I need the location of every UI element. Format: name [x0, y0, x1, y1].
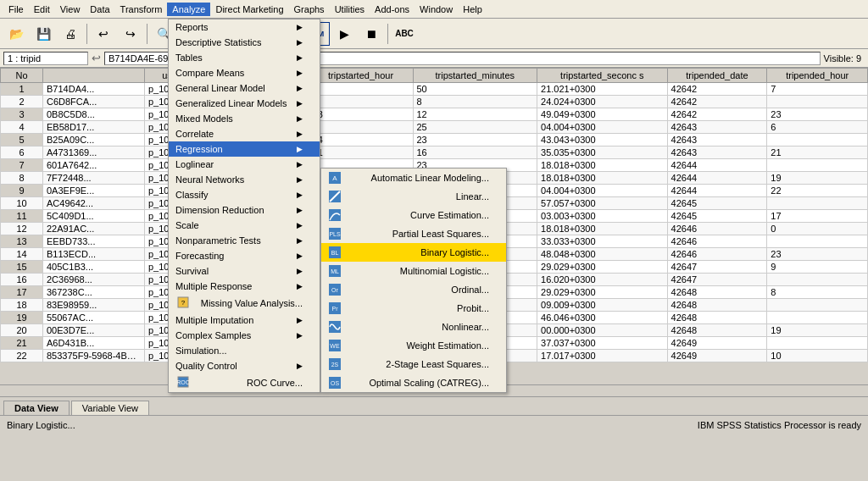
- menu-window[interactable]: Window: [415, 3, 458, 16]
- submenu-partial-least-squares[interactable]: PLS Partial Least Squares...: [321, 224, 506, 243]
- submenu-multinomial-logistic[interactable]: ML Multinomial Logistic...: [321, 262, 506, 280]
- menu-quality-control[interactable]: Quality Control ▶: [169, 358, 320, 373]
- menu-scale[interactable]: Scale ▶: [169, 218, 320, 233]
- menu-addons[interactable]: Add-ons: [370, 3, 415, 16]
- menu-missing-value[interactable]: ? Missing Value Analysis...: [169, 294, 320, 312]
- print-button[interactable]: 🖨: [58, 22, 83, 46]
- menu-classify[interactable]: Classify ▶: [169, 187, 320, 202]
- menu-help[interactable]: Help: [458, 3, 487, 16]
- status-bar: Binary Logistic... IBM SPSS Statistics P…: [0, 415, 868, 434]
- stop-button[interactable]: ⏹: [359, 22, 384, 46]
- submenu-binary-logistic[interactable]: BL Binary Logistic...: [321, 243, 506, 262]
- menu-forecasting[interactable]: Forecasting ▶: [169, 248, 320, 263]
- col-header-tripended-hour[interactable]: tripended_hour: [767, 69, 868, 83]
- col-header-no[interactable]: No: [1, 69, 43, 83]
- col-header-tripstarted-hour[interactable]: tripstarted_hour: [309, 69, 413, 83]
- submenu-probit[interactable]: Pr Probit...: [321, 299, 506, 318]
- menu-reports[interactable]: Reports ▶: [169, 19, 320, 35]
- col-header-tripended-date[interactable]: tripended_date: [667, 69, 767, 83]
- tab-bar: Data View Variable View: [0, 396, 868, 415]
- menu-analyze[interactable]: Analyze: [167, 3, 210, 16]
- abc-button[interactable]: ABC: [392, 22, 417, 46]
- svg-text:Pr: Pr: [332, 306, 339, 312]
- undo-button[interactable]: ↩: [91, 22, 116, 46]
- save-button[interactable]: 💾: [31, 22, 56, 46]
- status-right: IBM SPSS Statistics Processor is ready: [698, 420, 861, 430]
- menu-roc-curve[interactable]: ROC ROC Curve...: [169, 373, 320, 392]
- menu-nonparametric[interactable]: Nonparametric Tests ▶: [169, 233, 320, 248]
- menu-descriptive-stats[interactable]: Descriptive Statistics ▶: [169, 35, 320, 50]
- menu-neural-networks[interactable]: Neural Networks ▶: [169, 172, 320, 187]
- menu-transform[interactable]: Transform: [115, 3, 168, 16]
- menu-generalized-linear[interactable]: Generalized Linear Models ▶: [169, 96, 320, 111]
- tab-variable-view[interactable]: Variable View: [71, 401, 149, 415]
- status-left: Binary Logistic...: [7, 420, 75, 430]
- menu-simulation[interactable]: Simulation...: [169, 343, 320, 358]
- svg-text:2S: 2S: [331, 362, 339, 368]
- col-header-tripstarted-seconds[interactable]: tripstarted_seconc s: [537, 69, 668, 83]
- submenu-nonlinear[interactable]: Nonlinear...: [321, 318, 506, 336]
- svg-text:A: A: [332, 174, 337, 182]
- menu-graphs[interactable]: Graphs: [289, 3, 330, 16]
- menu-direct-marketing[interactable]: Direct Marketing: [210, 3, 288, 16]
- menu-regression[interactable]: Regression ▶: [169, 141, 320, 157]
- menu-dimension-reduction[interactable]: Dimension Reduction ▶: [169, 202, 320, 218]
- menu-data[interactable]: Data: [85, 3, 114, 16]
- submenu-curve-estimation[interactable]: Curve Estimation...: [321, 206, 506, 224]
- tab-data-view[interactable]: Data View: [3, 401, 70, 415]
- variable-name-input[interactable]: [3, 52, 88, 65]
- svg-text:Or: Or: [331, 287, 338, 293]
- table-row: 30B8C5D8...p_10442642231249.049+03004264…: [1, 108, 868, 121]
- submenu-optimal-scaling[interactable]: OS Optimal Scaling (CATREG)...: [321, 373, 506, 392]
- open-button[interactable]: 📂: [3, 22, 29, 46]
- table-row: 2C6D8FCA...p_104426429824.024+030042642: [1, 96, 868, 108]
- visible-count: Visible: 9: [824, 53, 865, 64]
- table-row: 5B25A09C...p_10442643142343.043+03004264…: [1, 134, 868, 147]
- analyze-dropdown: Reports ▶ Descriptive Statistics ▶ Table…: [168, 19, 320, 393]
- menu-tables[interactable]: Tables ▶: [169, 50, 320, 65]
- regression-submenu: A Automatic Linear Modeling... Linear...…: [320, 168, 507, 393]
- table-row: 1B714DA4...p_1044264275021.021+030042642…: [1, 83, 868, 96]
- menubar: File Edit View Data Transform Analyze Di…: [0, 0, 868, 19]
- table-row: 6A4731369...p_10442643211635.035+0300426…: [1, 147, 868, 159]
- go-button[interactable]: ▶: [331, 22, 357, 46]
- menu-correlate[interactable]: Correlate ▶: [169, 126, 320, 141]
- svg-text:WE: WE: [330, 343, 340, 349]
- variable-bar: ↩ Visible: 9: [0, 49, 868, 68]
- svg-text:OS: OS: [331, 380, 339, 386]
- menu-mixed-models[interactable]: Mixed Models ▶: [169, 111, 320, 126]
- svg-text:ROC: ROC: [177, 379, 189, 385]
- menu-multiple-response[interactable]: Multiple Response ▶: [169, 279, 320, 294]
- table-row: 4EB58D17...p_1044264362504.004+030042643…: [1, 121, 868, 134]
- menu-compare-means[interactable]: Compare Means ▶: [169, 65, 320, 80]
- menu-view[interactable]: View: [55, 3, 86, 16]
- submenu-ordinal[interactable]: Or Ordinal...: [321, 280, 506, 299]
- menu-general-linear[interactable]: General Linear Model ▶: [169, 80, 320, 96]
- menu-survival[interactable]: Survival ▶: [169, 263, 320, 279]
- redo-button[interactable]: ↪: [118, 22, 143, 46]
- menu-loglinear[interactable]: Loglinear ▶: [169, 157, 320, 172]
- svg-text:PLS: PLS: [329, 231, 341, 237]
- submenu-auto-linear[interactable]: A Automatic Linear Modeling...: [321, 169, 506, 187]
- col-header-tripstarted-minutes[interactable]: tripstarted_minutes: [413, 69, 537, 83]
- svg-text:ML: ML: [331, 268, 339, 274]
- menu-multiple-imputation[interactable]: Multiple Imputation ▶: [169, 312, 320, 328]
- submenu-weight-estimation[interactable]: WE Weight Estimation...: [321, 336, 506, 355]
- menu-file[interactable]: File: [3, 3, 29, 16]
- svg-text:BL: BL: [331, 250, 339, 256]
- menu-complex-samples[interactable]: Complex Samples ▶: [169, 328, 320, 343]
- menu-utilities[interactable]: Utilities: [330, 3, 370, 16]
- submenu-2stage-least-squares[interactable]: 2S 2-Stage Least Squares...: [321, 355, 506, 373]
- svg-text:?: ?: [181, 299, 186, 307]
- col-header-id[interactable]: [43, 69, 145, 83]
- submenu-linear[interactable]: Linear...: [321, 187, 506, 206]
- menu-edit[interactable]: Edit: [29, 3, 55, 16]
- toolbar: 📂 💾 🖨 ↩ ↪ 🔍 📊 📈 📉 𝑥 IBM ▶ ⏹ ABC: [0, 19, 868, 49]
